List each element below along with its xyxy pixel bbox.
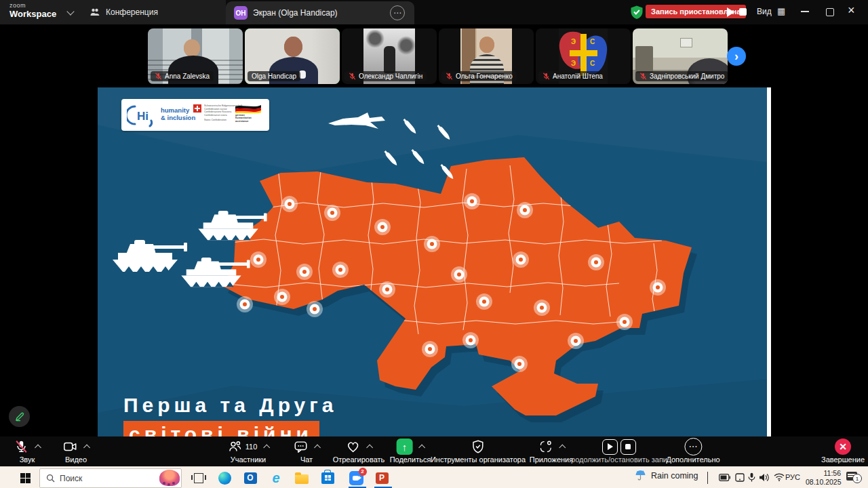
audio-options-chevron-icon[interactable] [35, 445, 41, 451]
mic-muted-icon [542, 73, 550, 80]
minimize-button[interactable] [801, 11, 809, 12]
ukraine-war-map-graphic [98, 87, 767, 436]
resume-recording-icon[interactable] [602, 439, 618, 455]
apps-icon [538, 439, 553, 454]
mic-muted-icon [639, 73, 647, 80]
apps-button[interactable]: Приложения [530, 439, 573, 464]
wifi-icon[interactable] [774, 473, 785, 481]
end-meeting-button[interactable]: ✕ Завершение [821, 439, 865, 464]
tab-screen-share[interactable]: OH Экран (Olga Handicap) ⋯ [226, 1, 414, 24]
tab-meeting[interactable]: Конференция [90, 0, 158, 24]
search-placeholder: Поиск [60, 474, 82, 483]
video-options-chevron-icon[interactable] [83, 445, 90, 451]
meeting-people-icon [90, 7, 100, 18]
more-button[interactable]: ⋯ Дополнительно [666, 439, 719, 464]
notification-center-button[interactable]: 1 [846, 472, 857, 481]
internet-explorer-icon: e [272, 470, 279, 486]
taskbar-search[interactable]: Поиск [39, 468, 182, 488]
participant-tile[interactable]: Anna Zalevska [148, 28, 243, 84]
ellipsis-icon: ⋯ [684, 438, 702, 455]
audio-button[interactable]: Звук [14, 439, 41, 464]
annotate-button[interactable] [9, 406, 30, 427]
share-screen-icon: ↑ [397, 439, 413, 455]
host-tools-button[interactable]: Инструменты организатора [431, 439, 526, 464]
chat-chevron-icon[interactable] [314, 445, 321, 451]
share-chevron-icon[interactable] [418, 445, 425, 451]
react-button[interactable]: Отреагировать [333, 439, 385, 464]
chat-button[interactable]: Чат [294, 439, 320, 464]
zoom-app-icon: 2 [349, 471, 363, 485]
powerpoint-app-button[interactable]: P [374, 470, 389, 485]
store-icon [321, 472, 334, 484]
participants-count: 110 [245, 443, 258, 451]
edge-app-button[interactable] [217, 470, 232, 485]
task-view-icon [194, 473, 203, 483]
shared-screen-slide: Hi humanity & inclusion Schweizerische E… [98, 87, 771, 436]
slide-title-line1: Перша та Друга [123, 394, 337, 417]
participants-button[interactable]: 110 Участники [228, 439, 269, 464]
participant-name-label: Ольга Гончаренко [441, 71, 517, 81]
shield-icon [471, 439, 486, 454]
microphone-icon[interactable] [748, 472, 755, 483]
apps-chevron-icon[interactable] [559, 445, 566, 451]
video-button[interactable]: Видео [63, 439, 90, 464]
outlook-app-button[interactable]: O [243, 470, 258, 485]
search-highlight-octopus-image[interactable] [159, 470, 180, 486]
security-shield-icon[interactable] [629, 5, 644, 20]
end-meeting-icon: ✕ [835, 439, 851, 455]
participant-tile[interactable]: Задніпровський Дмитро [633, 28, 728, 84]
task-view-button[interactable] [191, 470, 206, 485]
taskbar-clock[interactable]: 11:56 08.10.2025 [806, 469, 841, 487]
taskbar-weather[interactable]: Rain coming [635, 470, 698, 481]
participant-tile[interactable]: ЭС ЭС Анатолій Штепа [536, 28, 631, 84]
view-grid-icon[interactable]: ▦ [777, 6, 785, 16]
maximize-button[interactable] [826, 8, 834, 16]
camera-icon [63, 439, 78, 454]
close-button[interactable]: × [848, 3, 855, 18]
tray-expand-chevron-icon[interactable] [707, 472, 708, 485]
language-indicator[interactable]: РУС [785, 473, 800, 481]
participants-chevron-icon[interactable] [263, 445, 270, 451]
search-icon [46, 474, 55, 483]
participant-name-label: Олександр Чаплигін [344, 71, 427, 81]
resume-recording-icon[interactable] [727, 7, 734, 17]
stop-recording-icon[interactable] [620, 439, 636, 455]
participant-name-label: Anna Zalevska [151, 71, 214, 81]
participant-name-label: Задніпровський Дмитро [635, 71, 728, 81]
speaker-icon[interactable] [759, 473, 770, 482]
file-explorer-app-button[interactable] [294, 470, 309, 485]
participants-icon [228, 439, 243, 454]
stop-recording-icon[interactable] [739, 8, 747, 16]
participant-tile-active-speaker[interactable]: Olga Handicap [245, 28, 340, 84]
zoom-meeting-window: zoom Workspace Конференция OH Экран (Olg… [0, 0, 868, 488]
edge-icon [218, 472, 231, 485]
tab-avatar-badge: OH [234, 6, 248, 20]
date: 08.10.2025 [806, 478, 841, 487]
humanity-inclusion-logo-icon: Hi [127, 103, 161, 127]
heart-icon [346, 439, 361, 454]
windows-taskbar: Поиск O e 2 P Rain coming РУС 11:56 08.1… [0, 466, 868, 488]
zoom-workspace-logo[interactable]: zoom Workspace [9, 3, 56, 18]
share-screen-button[interactable]: ↑ Поделиться [390, 439, 431, 464]
resume-stop-recording-button[interactable]: родолжить/остановить запи [571, 439, 667, 464]
meeting-toolbar: Звук Видео 110 Участники Чат [0, 436, 868, 466]
display-device-icon[interactable] [735, 473, 745, 482]
slide-title-line2: світові війни [123, 421, 319, 436]
zoom-app-button[interactable]: 2 [349, 470, 363, 485]
participant-tile[interactable]: Ольга Гончаренко [439, 28, 534, 84]
battery-icon[interactable] [719, 474, 730, 481]
time: 11:56 [806, 469, 841, 478]
start-button[interactable] [20, 473, 31, 483]
humanity-inclusion-logo-text: humanity & inclusion [161, 107, 195, 121]
microsoft-store-app-button[interactable] [320, 470, 335, 485]
tab-more-icon[interactable]: ⋯ [390, 5, 405, 20]
react-chevron-icon[interactable] [366, 445, 373, 451]
zoom-notification-badge: 2 [359, 468, 367, 476]
umbrella-rain-icon [635, 470, 646, 481]
next-participants-button[interactable]: › [727, 47, 746, 66]
internet-explorer-app-button[interactable]: e [269, 470, 283, 485]
chat-icon [294, 439, 309, 454]
participant-tile[interactable]: Олександр Чаплигін [342, 28, 437, 84]
view-button[interactable]: Вид [757, 7, 772, 16]
notification-count-badge: 1 [852, 474, 862, 483]
